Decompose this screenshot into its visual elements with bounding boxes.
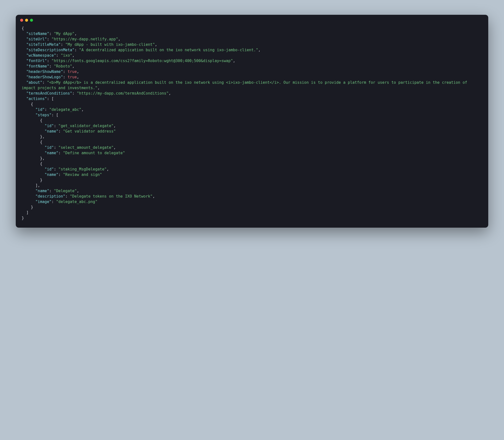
maximize-icon[interactable] — [30, 19, 33, 22]
code-block: { "siteName": "My dApp", "siteUrl": "htt… — [16, 24, 488, 228]
minimize-icon[interactable] — [25, 19, 28, 22]
code-window: { "siteName": "My dApp", "siteUrl": "htt… — [16, 15, 488, 228]
close-icon[interactable] — [20, 19, 23, 22]
window-titlebar — [16, 15, 488, 24]
